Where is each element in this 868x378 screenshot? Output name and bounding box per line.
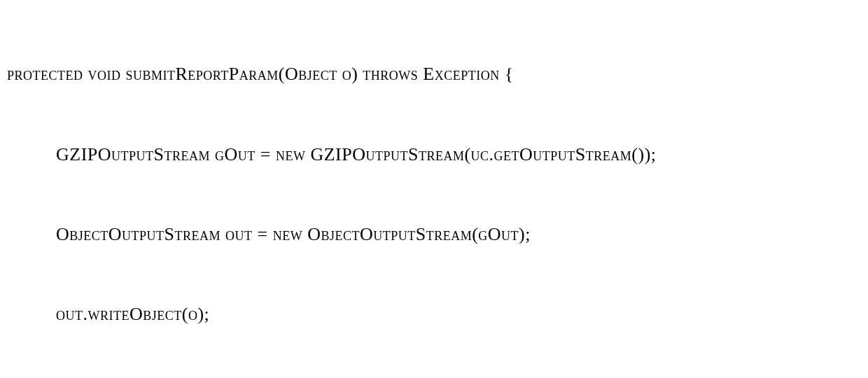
code-line: out.writeObject(o); (7, 294, 861, 334)
code-block: protected void submitReportParam(Object … (0, 0, 868, 378)
code-line: out.flush(); (7, 374, 861, 378)
code-line: ObjectOutputStream out = new ObjectOutpu… (7, 214, 861, 254)
code-line: protected void submitReportParam(Object … (7, 54, 861, 94)
code-line: GZIPOutputStream gOut = new GZIPOutputSt… (7, 134, 861, 174)
